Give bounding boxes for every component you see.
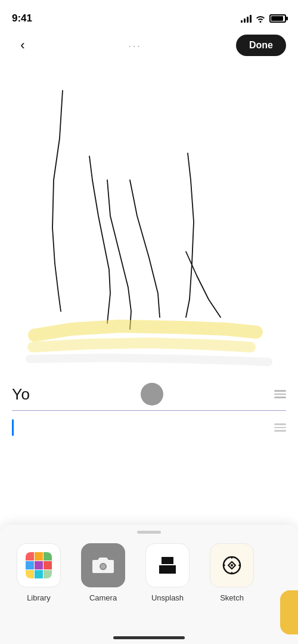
text-row-2	[12, 411, 286, 444]
svg-point-5	[231, 564, 233, 566]
camera-item[interactable]: Camera	[76, 543, 130, 602]
sketch-item[interactable]: Sketch	[205, 543, 259, 602]
header: ‹ ··· Done	[0, 30, 298, 61]
text-row-1: Yo	[12, 383, 286, 411]
status-bar: 9:41	[0, 0, 298, 30]
done-button[interactable]: Done	[236, 35, 286, 56]
camera-label: Camera	[89, 593, 117, 602]
signal-icon	[241, 14, 252, 23]
text-area: Yo	[0, 383, 298, 444]
drag-handle[interactable]	[141, 383, 163, 405]
library-item[interactable]: Library	[12, 543, 66, 602]
battery-icon	[269, 14, 286, 23]
unsplash-label: Unsplash	[151, 593, 184, 602]
status-time: 9:41	[12, 13, 32, 24]
next-sheet-item-partial[interactable]	[280, 590, 298, 634]
svg-rect-3	[159, 565, 176, 574]
back-button[interactable]: ‹	[12, 35, 33, 56]
back-icon: ‹	[20, 38, 24, 53]
text-cursor	[12, 419, 14, 436]
camera-icon	[81, 543, 125, 587]
library-icon	[17, 543, 61, 587]
wifi-icon	[255, 14, 266, 23]
sketch-label: Sketch	[220, 593, 244, 602]
unsplash-item[interactable]: Unsplash	[141, 543, 194, 602]
drawing-canvas[interactable]	[0, 61, 298, 383]
sketch-canvas[interactable]	[0, 61, 298, 383]
sheet-items: Library Camera Unsplash	[0, 543, 298, 602]
text-menu-icon-1[interactable]	[274, 390, 286, 398]
header-dots: ···	[128, 39, 142, 52]
sheet-handle	[137, 531, 161, 534]
library-label: Library	[27, 593, 51, 602]
unsplash-icon	[145, 543, 190, 587]
text-yo-content[interactable]: Yo	[12, 385, 30, 404]
svg-point-1	[101, 564, 105, 569]
svg-rect-2	[162, 557, 173, 564]
text-menu-icon-2[interactable]	[274, 423, 286, 432]
home-indicator	[113, 636, 185, 639]
bottom-sheet: Library Camera Unsplash	[0, 525, 298, 644]
sketch-icon	[210, 543, 254, 587]
status-icons	[241, 14, 286, 23]
